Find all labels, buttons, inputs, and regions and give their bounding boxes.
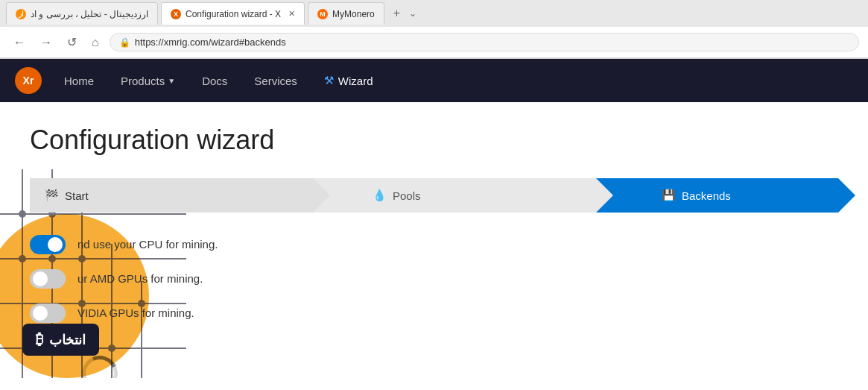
main-content: Configuration wizard 🏁 Start 💧 Pools 💾 B… bbox=[0, 102, 868, 378]
nav-docs[interactable]: Docs bbox=[191, 69, 238, 93]
start-icon: 🏁 bbox=[45, 189, 59, 202]
nav-home[interactable]: Home bbox=[54, 69, 104, 93]
cpu-slider bbox=[30, 235, 66, 254]
browser-chrome: ار ارزدیجیتال - تحلیل ، بررسی و اد X Con… bbox=[0, 0, 868, 59]
wizard-steps: 🏁 Start 💧 Pools 💾 Backends bbox=[30, 178, 838, 213]
step-backends-label: 💾 Backends bbox=[629, 178, 753, 213]
address-bar[interactable]: 🔒 https://xmrig.com/wizard#backends bbox=[110, 33, 859, 51]
tab-2-close[interactable]: ✕ bbox=[288, 9, 295, 19]
step-pools-label: 💧 Pools bbox=[343, 178, 443, 213]
spinner-container bbox=[82, 356, 118, 378]
tab-1[interactable]: ار ارزدیجیتال - تحلیل ، بررسی و اد bbox=[6, 2, 158, 25]
amd-toggle[interactable] bbox=[30, 269, 66, 289]
tab-2-favicon: X bbox=[171, 9, 181, 19]
home-button[interactable]: ⌂ bbox=[87, 33, 104, 52]
nvidia-slider bbox=[30, 303, 66, 323]
cpu-description: nd use your CPU for mining. bbox=[77, 235, 218, 251]
step-backends[interactable]: 💾 Backends bbox=[596, 178, 838, 213]
wizard-icon: ⚒ bbox=[324, 74, 334, 87]
svg-point-9 bbox=[19, 211, 25, 217]
tab-bar: ار ارزدیجیتال - تحلیل ، بررسی و اد X Con… bbox=[0, 0, 868, 27]
amd-description: ur AMD GPUs for mining. bbox=[77, 269, 203, 285]
start-arrow bbox=[313, 178, 330, 213]
backends-arrow bbox=[838, 178, 855, 213]
site-logo: Xr bbox=[15, 67, 42, 94]
amd-section: ur AMD GPUs for mining. bbox=[30, 269, 838, 289]
address-text: https://xmrig.com/wizard#backends bbox=[135, 37, 849, 48]
nav-wizard[interactable]: ⚒ Wizard bbox=[314, 68, 384, 93]
tab-3[interactable]: M MyMonero bbox=[308, 2, 384, 25]
tab-overflow-button[interactable]: ⌄ bbox=[409, 8, 416, 19]
new-tab-button[interactable]: + bbox=[387, 7, 406, 20]
amd-slider bbox=[30, 269, 66, 289]
tab-2-title: Configuration wizard - X bbox=[186, 9, 281, 19]
cpu-toggle[interactable] bbox=[30, 235, 66, 254]
tab-1-favicon: ار bbox=[16, 9, 26, 19]
tab-3-title: MyMonero bbox=[332, 9, 375, 19]
step-pools[interactable]: 💧 Pools bbox=[313, 178, 596, 213]
address-bar-row: ← → ↺ ⌂ 🔒 https://xmrig.com/wizard#backe… bbox=[0, 27, 868, 58]
chevron-down-icon: ▼ bbox=[168, 77, 175, 85]
nav-products[interactable]: Products ▼ bbox=[110, 69, 186, 93]
nvidia-section: VIDIA GPUs for mining. bbox=[30, 303, 838, 323]
page-title: Configuration wizard bbox=[30, 125, 838, 156]
tab-2[interactable]: X Configuration wizard - X ✕ bbox=[161, 2, 305, 25]
badge-bitcoin-icon: ₿ bbox=[36, 331, 43, 348]
nav-services[interactable]: Services bbox=[244, 69, 308, 93]
svg-point-13 bbox=[19, 256, 25, 262]
refresh-button[interactable]: ↺ bbox=[63, 32, 81, 52]
content-area: nd use your CPU for mining. ur AMD GPUs … bbox=[30, 235, 838, 323]
nvidia-toggle[interactable] bbox=[30, 303, 66, 323]
pools-icon: 💧 bbox=[373, 189, 387, 202]
cpu-section: nd use your CPU for mining. bbox=[30, 235, 838, 254]
selection-badge: ₿ انتخاب bbox=[22, 324, 99, 356]
step-start-label: 🏁 Start bbox=[30, 178, 111, 213]
svg-point-12 bbox=[109, 345, 115, 351]
tab-1-title: ارزدیجیتال - تحلیل ، بررسی و اد bbox=[31, 9, 148, 19]
nvidia-description: VIDIA GPUs for mining. bbox=[77, 303, 194, 319]
step-start[interactable]: 🏁 Start bbox=[30, 178, 313, 213]
tab-3-favicon: M bbox=[317, 9, 328, 19]
site-nav: Xr Home Products ▼ Docs Services ⚒ Wizar… bbox=[0, 59, 868, 102]
back-button[interactable]: ← bbox=[9, 33, 30, 52]
lock-icon: 🔒 bbox=[119, 37, 130, 48]
pools-arrow bbox=[596, 178, 613, 213]
backends-icon: 💾 bbox=[662, 189, 676, 202]
forward-button[interactable]: → bbox=[36, 33, 57, 52]
